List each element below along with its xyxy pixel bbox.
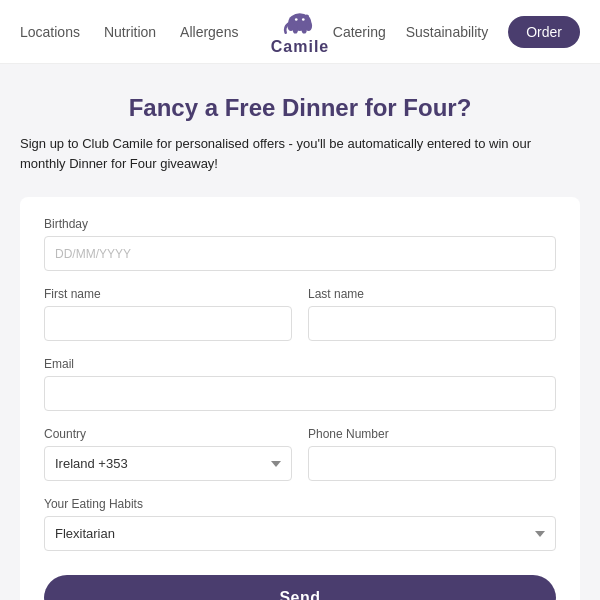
country-group: Country Ireland +353 United Kingdom +44 …: [44, 427, 292, 481]
lastname-input[interactable]: [308, 306, 556, 341]
email-group: Email: [44, 357, 556, 411]
page-title: Fancy a Free Dinner for Four?: [20, 94, 580, 122]
send-button[interactable]: Send: [44, 575, 556, 600]
nav-nutrition[interactable]: Nutrition: [104, 24, 156, 40]
nav-right: Catering Sustainability Order: [333, 16, 580, 48]
name-row: First name Last name: [44, 287, 556, 357]
svg-point-7: [302, 18, 305, 21]
nav-sustainability[interactable]: Sustainability: [406, 24, 489, 40]
signup-form: Birthday First name Last name Email Coun…: [20, 197, 580, 600]
eating-habits-label: Your Eating Habits: [44, 497, 556, 511]
firstname-group: First name: [44, 287, 292, 341]
svg-point-4: [302, 24, 307, 33]
svg-point-5: [305, 14, 309, 18]
order-button[interactable]: Order: [508, 16, 580, 48]
logo-text: Camile: [271, 38, 329, 56]
nav-allergens[interactable]: Allergens: [180, 24, 238, 40]
nav-catering[interactable]: Catering: [333, 24, 386, 40]
phone-label: Phone Number: [308, 427, 556, 441]
svg-point-3: [293, 24, 298, 33]
lastname-group: Last name: [308, 287, 556, 341]
nav-left: Locations Nutrition Allergens: [20, 24, 238, 40]
phone-input[interactable]: [308, 446, 556, 481]
country-phone-row: Country Ireland +353 United Kingdom +44 …: [44, 427, 556, 497]
eating-habits-select[interactable]: Flexitarian Vegetarian Vegan Meat Eater: [44, 516, 556, 551]
navbar: Locations Nutrition Allergens Camile Cat…: [0, 0, 600, 64]
nav-logo[interactable]: Camile: [271, 8, 329, 56]
country-select[interactable]: Ireland +353 United Kingdom +44 United S…: [44, 446, 292, 481]
firstname-label: First name: [44, 287, 292, 301]
eating-habits-group: Your Eating Habits Flexitarian Vegetaria…: [44, 497, 556, 551]
main-content: Fancy a Free Dinner for Four? Sign up to…: [0, 64, 600, 600]
nav-locations[interactable]: Locations: [20, 24, 80, 40]
firstname-input[interactable]: [44, 306, 292, 341]
svg-point-6: [295, 18, 298, 21]
country-label: Country: [44, 427, 292, 441]
lastname-label: Last name: [308, 287, 556, 301]
birthday-group: Birthday: [44, 217, 556, 271]
email-label: Email: [44, 357, 556, 371]
phone-group: Phone Number: [308, 427, 556, 481]
elephant-icon: [282, 8, 318, 38]
email-input[interactable]: [44, 376, 556, 411]
birthday-label: Birthday: [44, 217, 556, 231]
page-subtitle: Sign up to Club Camile for personalised …: [20, 134, 580, 173]
birthday-input[interactable]: [44, 236, 556, 271]
